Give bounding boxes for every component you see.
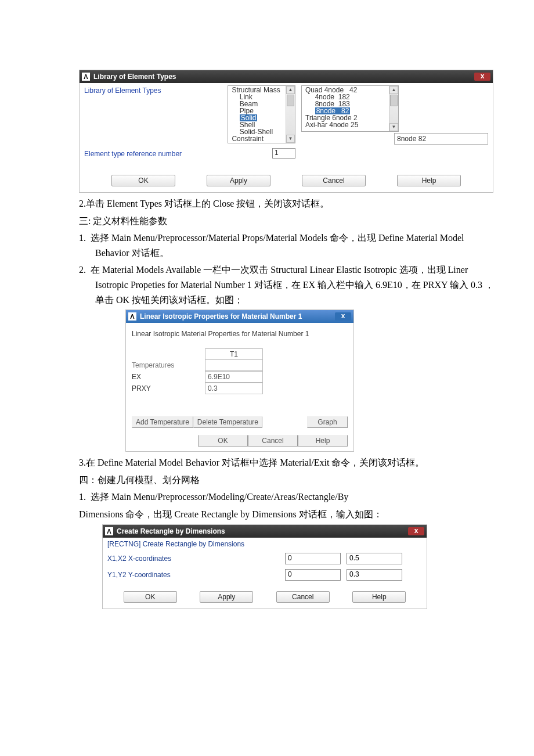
ok-button[interactable]: OK xyxy=(124,591,177,603)
prxy-label: PRXY xyxy=(132,383,205,394)
x1-input[interactable]: 0 xyxy=(285,553,341,564)
help-button[interactable]: Help xyxy=(397,175,461,186)
cancel-button[interactable]: Cancel xyxy=(276,591,330,603)
scrollbar[interactable]: ▲ ▼ xyxy=(286,86,295,143)
list-item[interactable]: Constraint xyxy=(232,135,291,142)
titlebar: Λ Linear Isotropic Properties for Materi… xyxy=(126,310,353,323)
library-label: Library of Element Types xyxy=(84,85,228,95)
x-coords-label: X1,X2 X-coordinates xyxy=(107,555,285,563)
y-coords-label: Y1,Y2 Y-coordinates xyxy=(107,571,285,579)
scroll-thumb[interactable] xyxy=(390,95,398,106)
prxy-input[interactable]: 0.3 xyxy=(205,383,263,394)
scroll-thumb[interactable] xyxy=(287,95,294,106)
ex-input[interactable]: 6.9E10 xyxy=(205,371,263,383)
body-text: 三: 定义材料性能参数 xyxy=(79,214,496,229)
scroll-down-icon[interactable]: ▼ xyxy=(286,135,295,143)
help-button[interactable]: Help xyxy=(298,435,348,447)
y1-input[interactable]: 0 xyxy=(285,569,341,581)
body-text: 2.单击 Element Types 对话框上的 Close 按钮，关闭该对话框… xyxy=(79,196,496,211)
titlebar: Λ Create Rectangle by Dimensions x xyxy=(103,525,427,538)
add-temperature-button[interactable]: Add Temperature xyxy=(132,416,193,428)
close-icon[interactable]: x xyxy=(408,527,424,535)
temperatures-label: Temperatures xyxy=(132,359,205,371)
body-text: 1. 选择 Main Menu/Preprocessor/Material Pr… xyxy=(79,231,496,260)
scroll-up-icon[interactable]: ▲ xyxy=(389,86,398,94)
body-text: 四：创建几何模型、划分网格 xyxy=(79,473,496,488)
library-of-element-types-dialog: Λ Library of Element Types x Library of … xyxy=(79,70,493,193)
scrollbar[interactable]: ▲ ▼ xyxy=(389,86,398,131)
ok-button[interactable]: OK xyxy=(111,175,175,186)
dialog-title: Create Rectangle by Dimensions xyxy=(117,527,225,535)
selected-element-display: 8node 82 xyxy=(394,133,488,145)
cancel-button[interactable]: Cancel xyxy=(248,435,298,447)
x2-input[interactable]: 0.5 xyxy=(347,553,402,564)
list-item[interactable]: Axi-har 4node 25 xyxy=(305,121,395,128)
close-icon[interactable]: x xyxy=(474,73,490,81)
dialog-title: Library of Element Types xyxy=(93,73,176,81)
apply-button[interactable]: Apply xyxy=(207,175,270,186)
dialog-heading: Linear Isotropic Material Properties for… xyxy=(132,330,348,338)
column-header: T1 xyxy=(205,348,263,359)
dialog-title: Linear Isotropic Properties for Material… xyxy=(140,312,302,321)
element-type-listbox[interactable]: Quad 4node 42 4node 182 8node 183 8node … xyxy=(301,85,399,132)
graph-button[interactable]: Graph xyxy=(307,416,348,428)
linear-isotropic-dialog: Λ Linear Isotropic Properties for Materi… xyxy=(125,309,354,452)
body-text: 1. 选择 Main Menu/Preprocessor/Modeling/Cr… xyxy=(79,489,496,505)
app-logo-icon: Λ xyxy=(82,73,90,81)
ok-button[interactable]: OK xyxy=(198,435,248,447)
create-rectangle-dialog: Λ Create Rectangle by Dimensions x [RECT… xyxy=(102,524,427,609)
temperatures-input[interactable] xyxy=(205,359,263,371)
delete-temperature-button[interactable]: Delete Temperature xyxy=(193,416,262,428)
close-icon[interactable]: x xyxy=(335,312,351,321)
body-text: 3.在 Define Material Model Behavior 对话框中选… xyxy=(79,455,496,470)
ex-label: EX xyxy=(132,371,205,383)
help-button[interactable]: Help xyxy=(352,591,406,603)
body-text: 2. 在 Material Models Available 一栏中一次双击 S… xyxy=(79,262,496,307)
apply-button[interactable]: Apply xyxy=(200,591,253,603)
rectng-subtitle: [RECTNG] Create Rectangle by Dimensions xyxy=(107,540,285,548)
y2-input[interactable]: 0.3 xyxy=(347,569,402,581)
ref-number-input[interactable]: 1 xyxy=(272,148,295,159)
cancel-button[interactable]: Cancel xyxy=(302,175,366,186)
element-category-listbox[interactable]: Structural Mass Link Beam Pipe Solid She… xyxy=(228,85,295,143)
scroll-down-icon[interactable]: ▼ xyxy=(389,123,398,131)
app-logo-icon: Λ xyxy=(128,312,136,321)
titlebar: Λ Library of Element Types x xyxy=(80,70,493,83)
scroll-up-icon[interactable]: ▲ xyxy=(286,86,295,94)
body-text: Dimensions 命令，出现 Create Rectangle by Dim… xyxy=(79,507,496,522)
app-logo-icon: Λ xyxy=(105,527,113,535)
ref-number-label: Element type reference number xyxy=(84,149,272,158)
